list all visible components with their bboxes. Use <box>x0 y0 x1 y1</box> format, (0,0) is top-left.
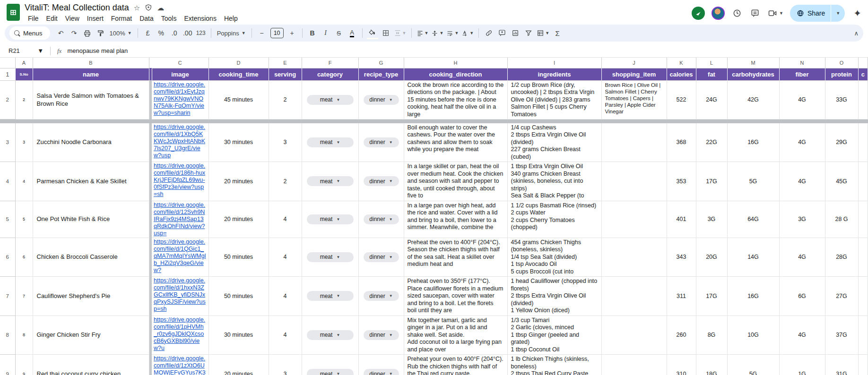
cell-calories[interactable]: 401 <box>667 201 696 238</box>
cell-fiber[interactable]: 4G <box>779 162 825 201</box>
column-letter[interactable]: E <box>269 58 302 68</box>
cell-ingredients[interactable]: 1 tbsp Extra Virgin Olive Oil 340 grams … <box>507 162 601 201</box>
row-number[interactable]: 1 <box>0 68 15 80</box>
header-ingredients[interactable]: ingredients <box>507 68 601 80</box>
cell-shopping-item[interactable] <box>601 315 667 355</box>
cell-protein[interactable]: 27G <box>825 277 858 316</box>
header-protein[interactable]: protein <box>825 68 858 80</box>
header-calories[interactable]: calories <box>667 68 696 80</box>
select-all-corner[interactable] <box>0 58 15 68</box>
header-fiber[interactable]: fiber <box>779 68 825 80</box>
header-serving[interactable]: serving <box>269 68 302 80</box>
redo-button[interactable]: ↷ <box>68 27 80 39</box>
currency-format-button[interactable]: £ <box>142 27 154 39</box>
cell-ingredients[interactable]: 1/3 cup Tamari 2 Garlic (cloves, minced … <box>507 315 601 355</box>
cell-carbohydrates[interactable]: 42G <box>727 80 779 119</box>
cell-ingredients[interactable]: 1/2 cup Brown Rice (dry, uncooked) | 2 t… <box>507 80 601 119</box>
cell-cooking-time[interactable]: 45 minutes <box>208 80 269 119</box>
cell-extra[interactable] <box>858 277 868 316</box>
cell-category[interactable]: meat▼ <box>302 162 358 201</box>
cell-serving[interactable]: 3 <box>269 123 302 162</box>
cell-extra[interactable] <box>858 201 868 238</box>
row-number[interactable]: 6 <box>0 238 15 277</box>
menus-search[interactable]: Menus <box>9 26 50 40</box>
cell-serving[interactable]: 4 <box>269 277 302 316</box>
number-format-button[interactable]: 123 <box>195 27 207 39</box>
text-rotation-button[interactable]: ▼ <box>460 27 475 39</box>
cell-category[interactable]: meat▼ <box>302 123 358 162</box>
cell-fiber[interactable]: 4G <box>779 315 825 355</box>
document-title[interactable]: VitaliT: Meal Collection data <box>25 3 129 13</box>
cell-serving[interactable]: 2 <box>269 80 302 119</box>
row-number[interactable]: 2 <box>0 80 15 119</box>
cell-recipe-type[interactable]: dinner▼ <box>358 315 404 355</box>
cell-shopping-item[interactable] <box>601 238 667 277</box>
column-letter[interactable]: H <box>404 58 507 68</box>
cell-cooking-direction[interactable]: In a large pan over high heat, add the r… <box>404 201 507 238</box>
cell-category[interactable]: meat▼ <box>302 201 358 238</box>
header-cooking_time[interactable]: cooking_time <box>208 68 269 80</box>
insert-comment-button[interactable] <box>496 27 508 39</box>
cell-fiber[interactable]: 1G <box>779 355 825 375</box>
cell-serving[interactable]: 4 <box>269 201 302 238</box>
cell-shopping-item[interactable] <box>601 162 667 201</box>
cell-protein[interactable]: 29G <box>825 123 858 162</box>
cell-sno[interactable]: 9 <box>15 355 33 375</box>
column-letter[interactable]: K <box>667 58 696 68</box>
percent-format-button[interactable]: % <box>155 27 167 39</box>
menu-help[interactable]: Help <box>221 14 241 23</box>
cell-name[interactable]: Salsa Verde Salmon with Tomatoes & Brown… <box>33 80 149 119</box>
print-button[interactable] <box>81 27 94 39</box>
cell-extra[interactable] <box>858 315 868 355</box>
recipe-type-chip[interactable]: dinner▼ <box>364 330 399 340</box>
cell-carbohydrates[interactable]: 5G <box>727 355 779 375</box>
cell-carbohydrates[interactable]: 10G <box>727 315 779 355</box>
collapse-toolbar-button[interactable]: ∧ <box>854 30 859 37</box>
cell-cooking-time[interactable]: 50 minutes <box>208 277 269 316</box>
image-link[interactable]: https://drive.google.com/file/d/12Svh9NI… <box>154 202 207 237</box>
recipe-type-chip[interactable]: dinner▼ <box>364 214 399 224</box>
insert-chart-button[interactable] <box>509 27 521 39</box>
cell-name[interactable]: Zucchini Noodle Carbonara <box>33 123 149 162</box>
cell-name[interactable]: Parmesan Chicken & Kale Skillet <box>33 162 149 201</box>
menu-edit[interactable]: Edit <box>43 14 61 23</box>
cell-fiber[interactable]: 4G <box>779 80 825 119</box>
cell-carbohydrates[interactable]: 5G <box>727 162 779 201</box>
cell-ingredients[interactable]: 1 1/2 cups Basmati Rice (rinsed) 2 cups … <box>507 201 601 238</box>
cell-category[interactable]: meat▼ <box>302 355 358 375</box>
cell-recipe-type[interactable]: dinner▼ <box>358 355 404 375</box>
text-color-button[interactable]: A <box>350 29 354 37</box>
cell-name[interactable]: Chicken & Broccoli Casserole <box>33 238 149 277</box>
cell-category[interactable]: meat▼ <box>302 277 358 316</box>
formula-input[interactable]: menopause meal plan <box>67 47 128 54</box>
category-chip[interactable]: meat▼ <box>307 137 354 147</box>
decrease-decimal-button[interactable]: .0 <box>168 27 181 39</box>
category-chip[interactable]: meat▼ <box>307 176 354 186</box>
share-button[interactable]: Share ▼ <box>790 5 845 22</box>
cell-sno[interactable]: 8 <box>15 315 33 355</box>
zoom-select[interactable]: 100% ▼ <box>108 30 134 37</box>
header-name[interactable]: name <box>33 68 149 80</box>
borders-button[interactable] <box>380 27 392 39</box>
font-family-select[interactable]: Poppins ▼ <box>215 30 248 37</box>
cell-carbohydrates[interactable]: 16G <box>727 123 779 162</box>
cell-cooking-direction[interactable]: Cook the brown rice according to the dir… <box>404 80 507 119</box>
column-letter[interactable]: A <box>15 58 33 68</box>
cell-cooking-direction[interactable]: Mix together tamari, garlic and ginger i… <box>404 315 507 355</box>
recipe-type-chip[interactable]: dinner▼ <box>364 95 399 105</box>
cell-image[interactable]: https://drive.google.com/file/d/186h-hux… <box>152 162 208 201</box>
sheets-logo-icon[interactable] <box>7 4 20 21</box>
cell-protein[interactable]: 28G <box>825 238 858 277</box>
row-number[interactable]: 9 <box>0 355 15 375</box>
cell-serving[interactable]: 4 <box>269 238 302 277</box>
cell-extra[interactable] <box>858 238 868 277</box>
cell-fat[interactable]: 8G <box>696 315 727 355</box>
cell-protein[interactable]: 28 G <box>825 201 858 238</box>
horizontal-align-button[interactable]: ▼ <box>416 27 430 39</box>
increase-font-size-button[interactable]: + <box>286 27 298 39</box>
cell-calories[interactable]: 343 <box>667 238 696 277</box>
cell-fiber[interactable]: 4G <box>779 123 825 162</box>
cell-sno[interactable]: 5 <box>15 201 33 238</box>
cell-ingredients[interactable]: 1 lb Chicken Thighs (skinless, boneless)… <box>507 355 601 375</box>
category-chip[interactable]: meat▼ <box>307 291 354 301</box>
